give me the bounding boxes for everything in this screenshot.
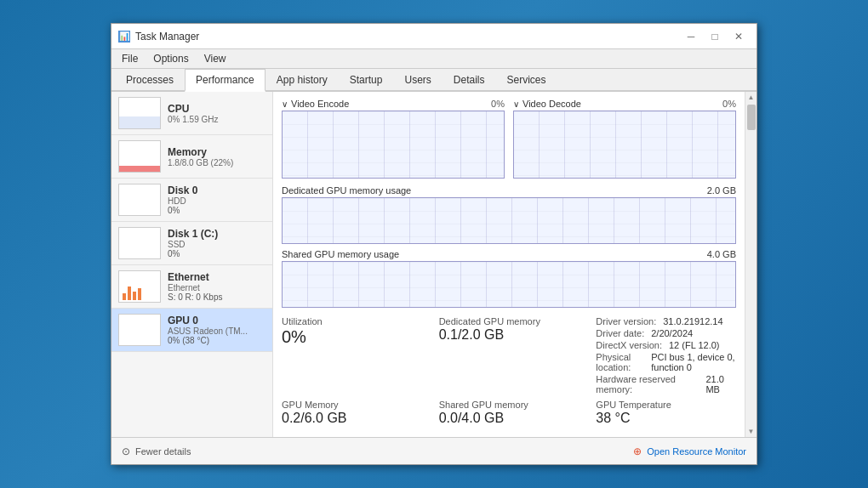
- dedicated-gpu-section: Dedicated GPU memory usage 2.0 GB: [282, 185, 736, 196]
- tab-bar: Processes Performance App history Startu…: [111, 69, 757, 92]
- shared-gpu-section: Shared GPU memory usage 4.0 GB: [282, 249, 736, 259]
- eth-bar-4: [138, 288, 141, 300]
- memory-sublabel: 1.8/8.0 GB (22%): [168, 158, 266, 167]
- app-icon: 📊: [118, 31, 130, 43]
- utilization-value: 0%: [282, 326, 422, 347]
- fewer-details-label: Fewer details: [135, 446, 191, 457]
- open-resource-monitor-button[interactable]: ⊕ Open Resource Monitor: [633, 445, 746, 457]
- disk0-label: Disk 0: [168, 184, 266, 196]
- sidebar-item-ethernet[interactable]: Ethernet Ethernet S: 0 R: 0 Kbps: [111, 265, 272, 309]
- window-title: Task Manager: [135, 31, 199, 43]
- memory-thumbnail: [118, 140, 161, 173]
- temp-stat: GPU Temperature 38 °C: [596, 400, 736, 426]
- cpu-label: CPU: [168, 103, 266, 115]
- tab-performance[interactable]: Performance: [185, 69, 266, 92]
- ethernet-info: Ethernet Ethernet S: 0 R: 0 Kbps: [168, 271, 266, 302]
- physical-loc-key: Physical location:: [596, 352, 644, 372]
- tab-details[interactable]: Details: [443, 69, 496, 92]
- menu-view[interactable]: View: [197, 51, 233, 66]
- shared-mem-value: 0.0/4.0 GB: [439, 410, 580, 426]
- video-decode-header: ∨ Video Decode 0%: [513, 99, 736, 109]
- ethernet-sublabel: Ethernet: [168, 283, 266, 292]
- driver-version-val: 31.0.21912.14: [663, 316, 722, 326]
- utilization-label: Utilization: [282, 316, 422, 326]
- ethernet-value: S: 0 R: 0 Kbps: [168, 292, 266, 302]
- sidebar-item-disk0[interactable]: Disk 0 HDD 0%: [111, 179, 272, 222]
- driver-info-col: Driver version: 31.0.21912.14 Driver dat…: [596, 316, 736, 396]
- scroll-up-arrow[interactable]: ▲: [748, 94, 755, 101]
- menu-options[interactable]: Options: [146, 51, 195, 66]
- physical-loc-line: Physical location: PCI bus 1, device 0, …: [596, 352, 736, 372]
- shared-gpu-max: 4.0 GB: [707, 249, 736, 259]
- title-bar-left: 📊 Task Manager: [118, 31, 199, 43]
- close-button[interactable]: ✕: [728, 28, 750, 45]
- task-manager-window: 📊 Task Manager ─ □ ✕ File Options View P…: [111, 23, 757, 465]
- driver-date-val: 2/20/2024: [651, 328, 693, 338]
- scrollbar[interactable]: ▲ ▼: [745, 92, 757, 437]
- video-encode-chevron: ∨: [282, 99, 288, 109]
- video-encode-label: Video Encode: [291, 99, 349, 109]
- minimize-button[interactable]: ─: [680, 28, 702, 45]
- stats-row: Utilization 0% Dedicated GPU memory 0.1/…: [282, 316, 736, 396]
- ethernet-label: Ethernet: [168, 271, 266, 283]
- directx-line: DirectX version: 12 (FL 12.0): [596, 340, 736, 350]
- gpu0-sublabel: ASUS Radeon (TM...: [168, 326, 266, 336]
- footer: ⊙ Fewer details ⊕ Open Resource Monitor: [111, 437, 757, 464]
- cpu-info: CPU 0% 1.59 GHz: [168, 103, 266, 124]
- dedicated-mem-stat: Dedicated GPU memory 0.1/2.0 GB: [439, 316, 580, 396]
- disk1-info: Disk 1 (C:) SSD 0%: [168, 228, 266, 258]
- scroll-down-arrow[interactable]: ▼: [748, 428, 755, 435]
- memory-info: Memory 1.8/8.0 GB (22%): [168, 146, 266, 167]
- video-decode-graph: [513, 111, 736, 179]
- content-area: ∨ Video Encode 0% ∨ Video Decode 0%: [273, 92, 745, 437]
- tab-services[interactable]: Services: [496, 69, 557, 92]
- gpu0-label: GPU 0: [168, 315, 266, 326]
- gpu0-value: 0% (38 °C): [168, 336, 266, 345]
- sidebar-item-cpu[interactable]: CPU 0% 1.59 GHz: [111, 92, 272, 135]
- video-decode-block: ∨ Video Decode 0%: [513, 99, 736, 179]
- eth-bar-3: [133, 292, 136, 300]
- tab-startup[interactable]: Startup: [339, 69, 394, 92]
- video-encode-pct: 0%: [491, 99, 505, 109]
- sidebar-item-disk1[interactable]: Disk 1 (C:) SSD 0%: [111, 222, 272, 265]
- dedicated-mem-label: Dedicated GPU memory: [439, 316, 580, 326]
- driver-version-line: Driver version: 31.0.21912.14: [596, 316, 736, 326]
- disk1-label: Disk 1 (C:): [168, 228, 266, 240]
- shared-mem-label: Shared GPU memory: [439, 400, 580, 410]
- eth-bar-1: [123, 293, 126, 300]
- disk1-sublabel: SSD: [168, 240, 266, 249]
- cpu-sublabel: 0% 1.59 GHz: [168, 115, 266, 124]
- sidebar-item-memory[interactable]: Memory 1.8/8.0 GB (22%): [111, 135, 272, 179]
- dedicated-gpu-max: 2.0 GB: [707, 185, 736, 196]
- cpu-thumbnail: [118, 97, 161, 129]
- disk1-thumbnail: [118, 227, 161, 259]
- video-decode-label: Video Decode: [523, 99, 581, 109]
- tab-processes[interactable]: Processes: [115, 69, 185, 92]
- main-content: CPU 0% 1.59 GHz Memory 1.8/8.0 GB (22%) …: [111, 92, 757, 437]
- menu-bar: File Options View: [111, 49, 757, 69]
- title-controls: ─ □ ✕: [680, 28, 750, 45]
- tab-users[interactable]: Users: [393, 69, 442, 92]
- video-encode-header: ∨ Video Encode 0%: [282, 99, 505, 109]
- hw-reserved-val: 21.0 MB: [705, 374, 736, 394]
- scroll-thumb[interactable]: [747, 105, 756, 130]
- video-encode-block: ∨ Video Encode 0%: [282, 99, 505, 179]
- driver-date-line: Driver date: 2/20/2024: [596, 328, 736, 338]
- sidebar: CPU 0% 1.59 GHz Memory 1.8/8.0 GB (22%) …: [111, 92, 273, 437]
- maximize-button[interactable]: □: [704, 28, 726, 45]
- temp-label: GPU Temperature: [596, 400, 736, 410]
- physical-loc-val: PCI bus 1, device 0, function 0: [651, 352, 736, 372]
- dedicated-mem-value: 0.1/2.0 GB: [439, 326, 580, 343]
- fewer-details-icon: ⊙: [122, 445, 130, 457]
- dedicated-gpu-label: Dedicated GPU memory usage: [282, 185, 411, 196]
- disk0-sublabel: HDD: [168, 196, 266, 206]
- disk1-value: 0%: [168, 249, 266, 258]
- sidebar-item-gpu0[interactable]: GPU 0 ASUS Radeon (TM... 0% (38 °C): [111, 309, 272, 352]
- fewer-details-button[interactable]: ⊙ Fewer details: [122, 445, 191, 457]
- tab-app-history[interactable]: App history: [266, 69, 339, 92]
- video-decode-pct: 0%: [722, 99, 736, 109]
- menu-file[interactable]: File: [115, 51, 145, 66]
- gpu0-info: GPU 0 ASUS Radeon (TM... 0% (38 °C): [168, 315, 266, 345]
- directx-key: DirectX version:: [596, 340, 662, 350]
- disk0-value: 0%: [168, 206, 266, 215]
